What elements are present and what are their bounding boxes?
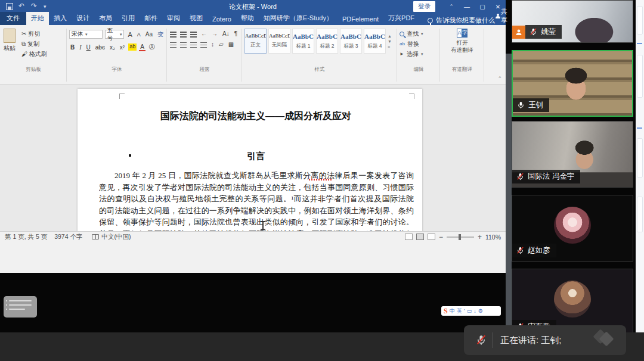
tell-me-box[interactable]: 告诉我你想要做什么: [428, 16, 495, 25]
tab-cnki-estudy[interactable]: 知网研学（原E-Study）: [259, 12, 338, 25]
chinese-mode-icon[interactable]: 中: [450, 307, 455, 315]
word-count[interactable]: 3974 个字: [54, 233, 82, 241]
align-center-icon[interactable]: [180, 42, 187, 43]
bullets-icon[interactable]: [170, 32, 177, 33]
show-marks-icon[interactable]: ¶: [233, 30, 239, 37]
share-button[interactable]: 共享: [495, 7, 509, 25]
tab-insert[interactable]: 插入: [49, 12, 72, 25]
multilevel-list-icon[interactable]: [190, 32, 197, 33]
copy-button[interactable]: ⧉ 复制: [20, 40, 48, 48]
web-layout-icon[interactable]: [428, 234, 435, 240]
minimize-button[interactable]: —: [459, 0, 475, 13]
proofing-icon[interactable]: [92, 234, 99, 239]
cut-button[interactable]: ✂ 剪切: [20, 30, 48, 38]
change-case-icon[interactable]: Aa: [144, 31, 154, 38]
tab-zotero[interactable]: Zotero: [208, 14, 236, 25]
youdao-translate-button[interactable]: A字 打开 有道翻译: [442, 27, 482, 54]
zoom-out-button[interactable]: −: [439, 233, 443, 241]
align-right-icon[interactable]: [190, 42, 197, 43]
print-layout-icon[interactable]: [416, 234, 424, 240]
paste-button[interactable]: 粘贴: [2, 27, 17, 58]
page-indicator[interactable]: 第 1 页, 共 5 页: [5, 233, 47, 241]
underline-button[interactable]: U: [85, 44, 92, 51]
subscript-button[interactable]: x₂: [109, 44, 116, 51]
english-mode-icon[interactable]: 英: [457, 307, 462, 315]
style-no-spacing[interactable]: AaBbCcDc 无间隔: [268, 29, 290, 54]
participant-tile-fengjinyu[interactable]: 国际法 冯金宇: [512, 121, 633, 188]
numbering-icon[interactable]: [180, 32, 187, 33]
mic-muted-icon[interactable]: [476, 335, 487, 346]
grow-font-icon[interactable]: A: [126, 31, 133, 38]
font-name-combo[interactable]: 宋体▾: [69, 30, 103, 39]
styles-gallery-scroll[interactable]: ▲▼≡: [388, 34, 392, 49]
download-icon[interactable]: ↓: [473, 308, 476, 314]
zoom-slider[interactable]: [447, 236, 474, 238]
participant-tile-wangzhao[interactable]: 王钊: [512, 50, 633, 117]
line-spacing-icon[interactable]: ↕: [210, 41, 215, 48]
superscript-button[interactable]: x²: [119, 44, 126, 51]
shading-icon[interactable]: ▱: [218, 41, 225, 48]
redo-icon[interactable]: ↷: [31, 3, 38, 10]
tab-pdfelement[interactable]: PDFelement: [338, 14, 383, 25]
login-button[interactable]: 登录: [413, 1, 435, 12]
tab-home[interactable]: 开始: [26, 12, 49, 25]
increase-indent-icon[interactable]: →: [210, 30, 219, 37]
mic-muted-icon: [516, 247, 524, 254]
borders-icon[interactable]: ▦: [227, 41, 235, 48]
participant-tile-yaoying[interactable]: 姚莹: [512, 0, 633, 43]
sogou-input-bar[interactable]: S 中 英 ’ ▭ ↓ ⚙: [441, 306, 501, 316]
tab-mailings[interactable]: 邮件: [140, 12, 162, 25]
justify-icon[interactable]: [200, 42, 207, 43]
panel-icon[interactable]: ▭: [467, 308, 472, 314]
save-icon[interactable]: [6, 3, 13, 10]
zoom-level[interactable]: 110%: [485, 234, 501, 241]
select-button[interactable]: ►选择▾: [400, 49, 438, 58]
find-button[interactable]: 查找▾: [400, 29, 438, 38]
tab-design[interactable]: 设计: [72, 12, 94, 25]
shrink-font-icon[interactable]: A: [136, 32, 142, 38]
tab-file[interactable]: 文件: [0, 12, 26, 25]
tab-wondershare-pdf[interactable]: 万兴PDF: [383, 12, 419, 25]
sort-icon[interactable]: A↓: [221, 30, 231, 37]
style-heading1[interactable]: AaBbC 标题 1: [292, 29, 314, 54]
tab-view[interactable]: 视图: [185, 12, 208, 25]
punctuation-icon[interactable]: ’: [464, 308, 465, 314]
font-size-combo[interactable]: 五号▾: [105, 30, 125, 39]
ribbon-tabs: 文件 开始 插入 设计 布局 引用 邮件 审阅 视图 Zotero 帮助 知网研…: [0, 13, 506, 25]
collapse-ribbon-icon[interactable]: ⌃: [497, 76, 502, 82]
ribbon-display-options-icon[interactable]: ⌃: [444, 0, 459, 13]
enclose-characters-icon[interactable]: Ⓐ: [148, 43, 156, 51]
font-color-button[interactable]: A: [139, 43, 145, 51]
format-painter-button[interactable]: 🖌 格式刷: [20, 50, 48, 58]
strikethrough-button[interactable]: abc: [94, 44, 106, 51]
quick-access-toolbar: ↶ ↷ ▾: [0, 3, 47, 10]
language-indicator[interactable]: 中文(中国): [101, 233, 131, 241]
style-normal[interactable]: AaBbCcDc 正文: [244, 29, 267, 54]
background-panel-edge: [636, 0, 644, 361]
list-flyout[interactable]: [4, 296, 37, 318]
zoom-in-button[interactable]: +: [478, 233, 482, 241]
replace-button[interactable]: ab替换: [400, 39, 438, 48]
bold-button[interactable]: B: [69, 44, 76, 51]
settings-icon[interactable]: ⚙: [478, 308, 483, 314]
maximize-button[interactable]: ▢: [475, 0, 490, 13]
phonetic-guide-icon[interactable]: 变: [156, 30, 165, 39]
style-heading4[interactable]: AaBbCcD 标题 4: [364, 29, 386, 54]
divider: [493, 332, 493, 348]
tab-help[interactable]: 帮助: [236, 12, 259, 25]
read-mode-icon[interactable]: [405, 234, 413, 240]
text-highlight-button[interactable]: ab: [128, 43, 137, 51]
italic-button[interactable]: I: [78, 44, 82, 51]
zoom-slider-thumb[interactable]: [459, 234, 461, 240]
tab-layout[interactable]: 布局: [94, 12, 117, 25]
document-page[interactable]: 国际法院的司法能动主义——成因分析及应对 引言 2019 年 2 月 25 日，…: [78, 89, 422, 231]
qat-customize-icon[interactable]: ▾: [44, 4, 47, 10]
style-heading2[interactable]: AaBbC 标题 2: [316, 29, 338, 54]
tab-references[interactable]: 引用: [117, 12, 140, 25]
undo-icon[interactable]: ↶: [18, 3, 26, 10]
align-left-icon[interactable]: [170, 42, 177, 43]
style-heading3[interactable]: AaBbCc 标题 3: [340, 29, 362, 54]
tab-review[interactable]: 审阅: [162, 12, 185, 25]
decrease-indent-icon[interactable]: ←: [200, 30, 208, 37]
participant-tile-zhaoruyan[interactable]: 赵如彦: [512, 195, 633, 262]
